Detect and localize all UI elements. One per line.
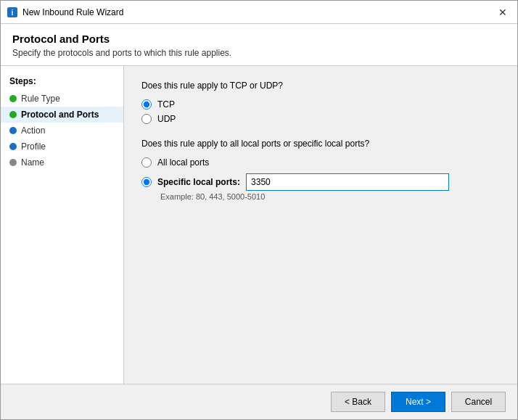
sidebar-item-label: Protocol and Ports	[21, 110, 99, 120]
sidebar-item-label: Rule Type	[21, 94, 60, 104]
sidebar-item-label: Action	[21, 125, 45, 136]
step-dot-protocol-ports	[9, 111, 17, 118]
sidebar: Steps: Rule Type Protocol and Ports Acti…	[1, 66, 124, 384]
sidebar-item-protocol-ports[interactable]: Protocol and Ports	[1, 107, 123, 123]
step-dot-name	[9, 159, 17, 166]
ports-radio-group: All local ports Specific local ports:	[141, 157, 500, 191]
tcp-radio[interactable]	[141, 99, 152, 110]
footer: < Back Next > Cancel	[1, 384, 517, 419]
sidebar-item-label: Profile	[21, 141, 46, 152]
window-title: New Inbound Rule Wizard	[22, 7, 494, 17]
all-local-label: All local ports	[157, 157, 209, 168]
page-subtitle: Specify the protocols and ports to which…	[12, 48, 506, 58]
sidebar-item-profile[interactable]: Profile	[1, 139, 123, 155]
step-dot-profile	[9, 143, 17, 150]
ports-question: Does this rule apply to all local ports …	[141, 139, 500, 149]
steps-label: Steps:	[1, 73, 123, 91]
sidebar-item-label: Name	[21, 157, 44, 168]
protocol-question: Does this rule apply to TCP or UDP?	[141, 81, 500, 91]
cancel-button[interactable]: Cancel	[451, 392, 506, 412]
ports-section: Does this rule apply to all local ports …	[141, 139, 500, 201]
window: i New Inbound Rule Wizard ✕ Protocol and…	[0, 0, 518, 420]
sidebar-item-rule-type[interactable]: Rule Type	[1, 91, 123, 107]
specific-ports-row: Specific local ports:	[141, 173, 500, 191]
ports-example: Example: 80, 443, 5000-5010	[160, 192, 500, 201]
step-dot-action	[9, 127, 17, 134]
all-local-radio-item[interactable]: All local ports	[141, 157, 500, 168]
protocol-radio-group: TCP UDP	[141, 99, 500, 124]
svg-text:i: i	[12, 9, 14, 17]
main-panel: Does this rule apply to TCP or UDP? TCP …	[124, 66, 517, 384]
back-button[interactable]: < Back	[331, 392, 385, 412]
specific-local-label: Specific local ports:	[157, 177, 240, 187]
sidebar-item-action[interactable]: Action	[1, 123, 123, 139]
page-title: Protocol and Ports	[12, 33, 506, 45]
header-section: Protocol and Ports Specify the protocols…	[1, 24, 517, 66]
specific-local-radio-item[interactable]: Specific local ports:	[141, 177, 240, 187]
ports-input[interactable]	[246, 173, 449, 191]
title-bar: i New Inbound Rule Wizard ✕	[1, 1, 517, 24]
tcp-label: TCP	[157, 99, 175, 110]
udp-radio-item[interactable]: UDP	[141, 114, 500, 124]
next-button[interactable]: Next >	[391, 392, 445, 412]
specific-local-radio[interactable]	[141, 177, 152, 187]
all-local-radio[interactable]	[141, 157, 152, 168]
sidebar-item-name[interactable]: Name	[1, 155, 123, 170]
close-button[interactable]: ✕	[494, 4, 511, 21]
udp-radio[interactable]	[141, 114, 152, 124]
step-dot-rule-type	[9, 95, 17, 102]
content-area: Steps: Rule Type Protocol and Ports Acti…	[1, 66, 517, 384]
window-icon: i	[7, 7, 18, 18]
tcp-radio-item[interactable]: TCP	[141, 99, 500, 110]
udp-label: UDP	[157, 114, 176, 124]
